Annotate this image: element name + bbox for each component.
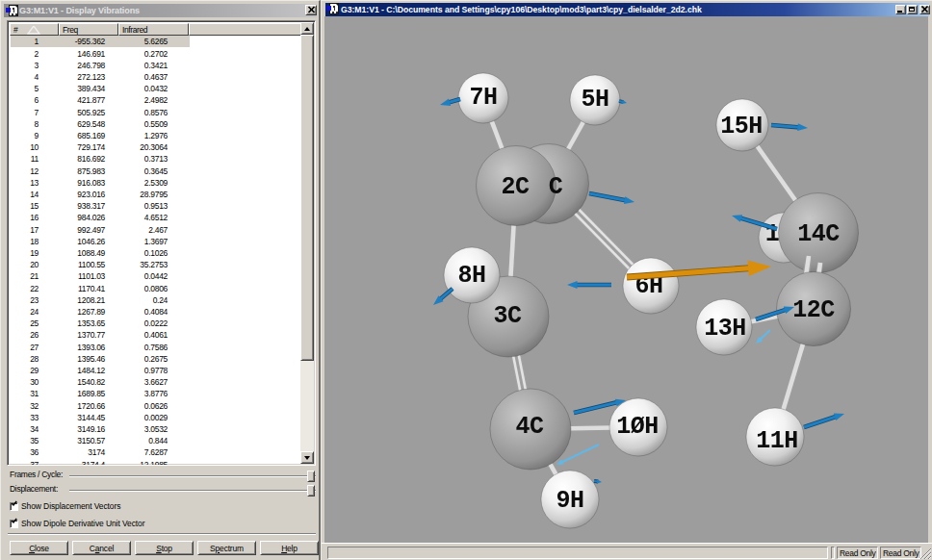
svg-text:13H: 13H (704, 315, 746, 343)
svg-text:2C: 2C (501, 173, 530, 201)
svg-text:8H: 8H (457, 262, 485, 290)
svg-text:15H: 15H (720, 113, 763, 140)
svg-text:12C: 12C (792, 296, 835, 324)
svg-text:14C: 14C (797, 220, 840, 248)
svg-text:1ØH: 1ØH (616, 413, 659, 441)
svg-text:7H: 7H (469, 84, 497, 112)
svg-text:C: C (549, 173, 563, 201)
svg-text:11H: 11H (756, 427, 798, 455)
svg-text:4C: 4C (515, 413, 544, 441)
svg-text:9H: 9H (556, 487, 583, 515)
svg-text:5H: 5H (581, 86, 608, 114)
svg-text:3C: 3C (493, 302, 522, 330)
